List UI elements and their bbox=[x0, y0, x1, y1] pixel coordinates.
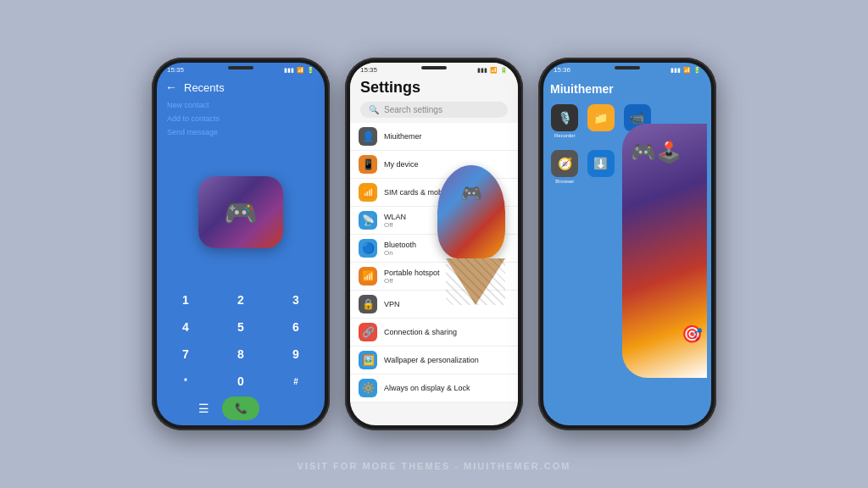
browser-label: Browser bbox=[555, 179, 574, 184]
dialer-title: Recents bbox=[184, 81, 225, 94]
connection-icon: 🔗 bbox=[359, 323, 377, 341]
dialer-header: ← Recents bbox=[157, 75, 325, 97]
keypad-bottom: ☰ 📞 bbox=[170, 396, 311, 420]
settings-item-bluetooth[interactable]: 🔵 Bluetooth On bbox=[350, 235, 518, 263]
key-hash[interactable]: # bbox=[281, 369, 311, 393]
settings-item-text-vpn: VPN bbox=[384, 300, 509, 308]
call-button[interactable]: 📞 bbox=[222, 396, 259, 420]
account-icon: 👤 bbox=[359, 127, 377, 146]
settings-item-text-sim: SIM cards & mobile networks bbox=[384, 188, 509, 197]
settings-item-text-display: Always on display & Lock bbox=[384, 384, 509, 392]
phone-center: 15:35 ▮▮▮ 📶 🔋 Settings 🔍 Search settings… bbox=[345, 58, 523, 430]
settings-item-wlan[interactable]: 📡 WLAN Off bbox=[350, 207, 518, 235]
vpn-icon: 🔒 bbox=[359, 295, 377, 313]
right-battery-icon: 🔋 bbox=[693, 67, 701, 74]
key-1[interactable]: 1 bbox=[170, 288, 201, 312]
right-controller-art bbox=[622, 124, 707, 378]
key-3[interactable]: 3 bbox=[281, 288, 311, 312]
key-6[interactable]: 6 bbox=[281, 315, 311, 339]
settings-item-connection[interactable]: 🔗 Connection & sharing bbox=[350, 319, 518, 347]
keypad-spacer bbox=[259, 396, 297, 420]
download-icon: ⬇️ bbox=[587, 150, 615, 177]
dialer-links: New contact Add to contacts Send message bbox=[157, 97, 325, 140]
key-star[interactable]: * bbox=[170, 369, 201, 393]
battery-icon: 🔋 bbox=[307, 67, 314, 74]
settings-item-text-device: My device bbox=[384, 160, 509, 169]
settings-item-mydevice[interactable]: 📱 My device bbox=[350, 151, 518, 179]
right-signal-icon: ▮▮▮ bbox=[670, 67, 681, 74]
add-contacts-link[interactable]: Add to contacts bbox=[167, 114, 314, 123]
key-5[interactable]: 5 bbox=[225, 315, 256, 339]
gallery-icon: 📁 bbox=[587, 104, 615, 131]
settings-item-text-bt: Bluetooth On bbox=[384, 241, 509, 257]
phone-right: 15:36 ▮▮▮ 📶 🔋 Miuithemer 🎙️ Recorder 📁 bbox=[538, 58, 716, 430]
key-7[interactable]: 7 bbox=[170, 342, 201, 366]
recorder-label: Recorder bbox=[554, 133, 576, 138]
app-gallery[interactable]: 📁 bbox=[587, 104, 616, 143]
center-wifi-icon: 📶 bbox=[490, 67, 498, 74]
wallpaper-icon: 🖼️ bbox=[359, 351, 377, 369]
left-time: 15:35 bbox=[167, 66, 184, 74]
left-status-bar: 15:35 ▮▮▮ 📶 🔋 bbox=[157, 63, 325, 75]
hotspot-icon: 📶 bbox=[359, 267, 377, 286]
wifi-settings-icon: 📡 bbox=[359, 211, 377, 230]
settings-item-display[interactable]: 🔆 Always on display & Lock bbox=[350, 374, 518, 402]
settings-item-text-hotspot: Portable hotspot Off bbox=[384, 269, 509, 285]
search-icon: 🔍 bbox=[369, 105, 379, 114]
phone-left: 15:35 ▮▮▮ 📶 🔋 ← Recents New contact Add … bbox=[152, 58, 330, 430]
bluetooth-icon: 🔵 bbox=[359, 239, 377, 258]
settings-item-vpn[interactable]: 🔒 VPN bbox=[350, 291, 518, 319]
device-icon: 📱 bbox=[359, 155, 377, 174]
settings-item-text-connection: Connection & sharing bbox=[384, 328, 509, 336]
key-0[interactable]: 0 bbox=[225, 369, 256, 393]
controller-art bbox=[198, 176, 283, 248]
settings-item-hotspot[interactable]: 📶 Portable hotspot Off bbox=[350, 263, 518, 291]
center-phone-screen: 15:35 ▮▮▮ 📶 🔋 Settings 🔍 Search settings… bbox=[350, 63, 518, 425]
settings-item-text: Miuithemer bbox=[384, 132, 509, 141]
signal-icon: ▮▮▮ bbox=[284, 67, 294, 74]
settings-title: Settings bbox=[360, 79, 508, 97]
app-download[interactable]: ⬇️ bbox=[587, 150, 616, 184]
watermark-text: VISIT FOR MORE THEMES - MIUITHEMER.COM bbox=[298, 461, 571, 471]
settings-header: Settings 🔍 Search settings bbox=[350, 75, 518, 123]
settings-item-miuithemer[interactable]: 👤 Miuithemer bbox=[350, 123, 518, 151]
menu-button[interactable]: ☰ bbox=[185, 396, 222, 420]
key-4[interactable]: 4 bbox=[170, 315, 201, 339]
left-status-icons: ▮▮▮ 📶 🔋 bbox=[284, 67, 314, 74]
keypad-row-2: 4 5 6 bbox=[170, 315, 311, 339]
right-status-icons: ▮▮▮ 📶 🔋 bbox=[670, 67, 701, 74]
sim-icon: 📶 bbox=[359, 183, 377, 202]
app-browser[interactable]: 🧭 Browser bbox=[550, 150, 580, 184]
center-time: 15:35 bbox=[360, 66, 377, 74]
right-time: 15:36 bbox=[554, 66, 570, 74]
key-8[interactable]: 8 bbox=[225, 342, 256, 366]
keypad-row-3: 7 8 9 bbox=[170, 342, 311, 366]
right-wifi-icon: 📶 bbox=[683, 67, 691, 74]
phones-container: 15:35 ▮▮▮ 📶 🔋 ← Recents New contact Add … bbox=[126, 0, 742, 488]
keypad-row-1: 1 2 3 bbox=[170, 288, 311, 312]
right-status-bar: 15:36 ▮▮▮ 📶 🔋 bbox=[543, 63, 711, 75]
search-box[interactable]: 🔍 Search settings bbox=[360, 102, 508, 118]
send-message-link[interactable]: Send message bbox=[167, 128, 314, 136]
settings-item-sim[interactable]: 📶 SIM cards & mobile networks bbox=[350, 179, 518, 207]
settings-item-text-wlan: WLAN Off bbox=[384, 213, 509, 229]
settings-item-wallpaper[interactable]: 🖼️ Wallpaper & personalization bbox=[350, 347, 518, 374]
key-9[interactable]: 9 bbox=[281, 342, 311, 366]
key-2[interactable]: 2 bbox=[225, 288, 256, 312]
center-signal-icon: ▮▮▮ bbox=[477, 67, 487, 74]
new-contact-link[interactable]: New contact bbox=[167, 101, 314, 109]
center-battery-icon: 🔋 bbox=[500, 67, 508, 74]
center-status-bar: 15:35 ▮▮▮ 📶 🔋 bbox=[350, 63, 518, 75]
app-recorder[interactable]: 🎙️ Recorder bbox=[550, 104, 580, 143]
dialer-art bbox=[157, 140, 325, 285]
center-status-icons: ▮▮▮ 📶 🔋 bbox=[477, 67, 508, 74]
phone-icon: 📞 bbox=[235, 402, 248, 414]
back-button[interactable]: ← bbox=[165, 80, 177, 94]
settings-item-text-wallpaper: Wallpaper & personalization bbox=[384, 356, 509, 364]
display-icon: 🔆 bbox=[359, 379, 377, 397]
browser-icon: 🧭 bbox=[551, 150, 578, 177]
home-screen: Miuithemer 🎙️ Recorder 📁 📹 Screen Record… bbox=[543, 75, 711, 425]
settings-list: 👤 Miuithemer 📱 My device 📶 SIM cards & m… bbox=[350, 123, 518, 425]
keypad: 1 2 3 4 5 6 7 8 9 * 0 # bbox=[157, 285, 325, 425]
keypad-row-4: * 0 # bbox=[170, 369, 311, 393]
